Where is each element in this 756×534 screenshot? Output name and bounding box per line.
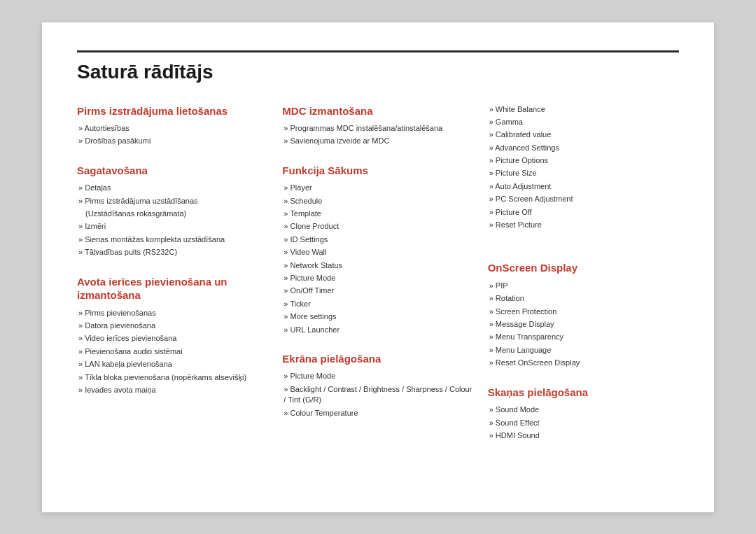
section-item: Gamma bbox=[488, 117, 679, 127]
section-item: Colour Temperature bbox=[282, 408, 473, 419]
section-item: Message Display bbox=[488, 319, 679, 330]
section-item: Pievienošana audio sistēmai bbox=[77, 346, 268, 357]
section-item: More settings bbox=[282, 311, 473, 322]
section-item: Izmēri bbox=[77, 221, 268, 232]
section: Funkcija SākumsPlayerScheduleTemplateClo… bbox=[282, 164, 473, 335]
section-item: Programmas MDC instalēšana/atinstalēšana bbox=[282, 123, 473, 134]
section-item: Reset Picture bbox=[488, 220, 679, 230]
section-item: Reset OnScreen Display bbox=[488, 358, 679, 368]
section-item: PC Screen Adjustment bbox=[488, 194, 679, 204]
section-title: Sagatavošana bbox=[77, 164, 268, 178]
section-item: Menu Transparency bbox=[488, 332, 679, 342]
section-item: Detaļas bbox=[77, 183, 268, 193]
section: MDC izmantošanaProgrammas MDC instalēšan… bbox=[282, 104, 473, 147]
section-item: (Uzstādīšanas rokasgrāmata) bbox=[77, 209, 268, 219]
section-title: Ekrāna pielāgošana bbox=[282, 352, 473, 366]
section-item: White Balance bbox=[488, 104, 679, 115]
column-3: White BalanceGammaCalibrated valueAdvanc… bbox=[488, 104, 679, 458]
section-item: Sienas montāžas komplekta uzstādīšana bbox=[77, 234, 268, 245]
section-item: Picture Options bbox=[488, 155, 679, 166]
section-item: Advanced Settings bbox=[488, 143, 679, 153]
section-item: PIP bbox=[488, 281, 679, 291]
section-item: Picture Mode bbox=[282, 273, 473, 283]
section-item: Sound Mode bbox=[488, 405, 679, 415]
section-item: Pirms pievienošanas bbox=[77, 308, 268, 318]
section-item: Datora pievienošana bbox=[77, 321, 268, 331]
section-item: On/Off Timer bbox=[282, 286, 473, 296]
section-item: Tālvadības pults (RS232C) bbox=[77, 247, 268, 258]
section-item: Template bbox=[282, 209, 473, 219]
section: Skaņas pielāgošanaSound ModeSound Effect… bbox=[488, 386, 679, 442]
section-item: Drošības pasākumi bbox=[77, 136, 268, 146]
section-item: ID Settings bbox=[282, 234, 473, 245]
section: OnScreen DisplayPIPRotationScreen Protec… bbox=[488, 261, 679, 368]
column-1: Pirms izstrādājuma lietošanasAutortiesīb… bbox=[77, 104, 268, 458]
section-item: Video ierīces pievienošana bbox=[77, 333, 268, 344]
section-title: MDC izmantošana bbox=[282, 104, 473, 118]
column-2: MDC izmantošanaProgrammas MDC instalēšan… bbox=[282, 104, 473, 458]
section-item: Ticker bbox=[282, 299, 473, 309]
section: Ekrāna pielāgošanaPicture ModeBacklight … bbox=[282, 352, 473, 419]
section-item: Tīkla bloka pievienošana (nopērkams atse… bbox=[77, 372, 268, 383]
section: SagatavošanaDetaļasPirms izstrādājuma uz… bbox=[77, 164, 268, 258]
page-title: Saturā rādītājs bbox=[77, 61, 679, 83]
section-title: Pirms izstrādājuma lietošanas bbox=[77, 104, 268, 118]
section-item: Ievades avota maiņa bbox=[77, 385, 268, 395]
section-item: Video Wall bbox=[282, 247, 473, 258]
section-item: Sound Effect bbox=[488, 418, 679, 428]
section-item: Screen Protection bbox=[488, 307, 679, 317]
section-item: Clone Product bbox=[282, 221, 473, 232]
section-title: OnScreen Display bbox=[488, 261, 679, 275]
section-item: Picture Off bbox=[488, 207, 679, 218]
section-item: Menu Language bbox=[488, 345, 679, 356]
section-item: Rotation bbox=[488, 293, 679, 304]
section-item: Autortiesības bbox=[77, 123, 268, 134]
section-item: LAN kabeļa pievienošana bbox=[77, 359, 268, 370]
section-title: Funkcija Sākums bbox=[282, 164, 473, 178]
section-item: Pirms izstrādājuma uzstādīšanas bbox=[77, 196, 268, 206]
section-continuation: White BalanceGammaCalibrated valueAdvanc… bbox=[488, 104, 679, 231]
section-title: Skaņas pielāgošana bbox=[488, 386, 679, 400]
section-item: HDMI Sound bbox=[488, 430, 679, 441]
section: Pirms izstrādājuma lietošanasAutortiesīb… bbox=[77, 104, 268, 147]
title-section: Saturā rādītājs bbox=[77, 50, 679, 83]
section-title: Avota ierīces pievienošana un izmantošan… bbox=[77, 275, 268, 302]
content-grid: Pirms izstrādājuma lietošanasAutortiesīb… bbox=[77, 104, 679, 458]
section-item: Schedule bbox=[282, 196, 473, 206]
section-item: Calibrated value bbox=[488, 129, 679, 140]
section-item: Backlight / Contrast / Brightness / Shar… bbox=[282, 384, 473, 406]
section-item: Picture Size bbox=[488, 168, 679, 178]
section-item: Network Status bbox=[282, 260, 473, 271]
section-item: Auto Adjustment bbox=[488, 181, 679, 192]
section-item: Player bbox=[282, 183, 473, 193]
page: Saturā rādītājs Pirms izstrādājuma lieto… bbox=[42, 22, 714, 512]
section-item: URL Launcher bbox=[282, 325, 473, 335]
section: Avota ierīces pievienošana un izmantošan… bbox=[77, 275, 268, 396]
section-item: Savienojuma izveide ar MDC bbox=[282, 136, 473, 146]
section-item: Picture Mode bbox=[282, 371, 473, 381]
